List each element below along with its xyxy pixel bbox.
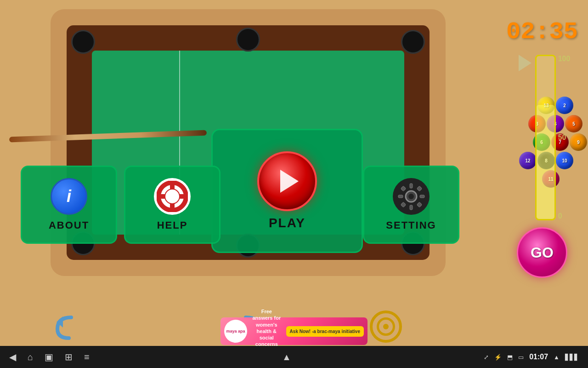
menu-button[interactable]: ≡ xyxy=(84,352,90,362)
power-meter-container: 100 50 0 xyxy=(535,55,571,220)
svg-rect-10 xyxy=(401,202,406,207)
battery-charge-icon: ⬒ xyxy=(507,354,513,361)
play-label: PLAY xyxy=(269,216,305,230)
svg-rect-5 xyxy=(410,205,413,210)
power-label-100: 100 xyxy=(558,55,571,63)
pocket-top-middle xyxy=(236,28,260,52)
svg-rect-7 xyxy=(420,195,424,198)
svg-rect-11 xyxy=(417,202,422,207)
svg-rect-4 xyxy=(410,184,413,188)
up-arrow-button[interactable]: ▲ xyxy=(282,352,291,362)
game-timer: 02:35 xyxy=(506,18,578,46)
right-panel: 02:35 100 50 0 GO xyxy=(505,18,579,278)
go-button[interactable]: GO xyxy=(517,227,567,278)
android-nav-bar: ◀ ⌂ ▣ ⊞ ≡ ▲ ⤢ ⚡ ⬒ ▭ 01:07 ▲ ▋▋▋ xyxy=(0,346,588,368)
about-icon-letter: i xyxy=(67,187,71,206)
about-icon: i xyxy=(51,178,87,215)
play-triangle-icon xyxy=(280,170,299,193)
power-label-50: 50 xyxy=(558,133,571,142)
svg-rect-8 xyxy=(401,186,406,191)
power-arrow-icon xyxy=(519,55,531,71)
status-bar: ⤢ ⚡ ⬒ ▭ 01:07 ▲ ▋▋▋ xyxy=(484,353,579,361)
power-labels: 100 50 0 xyxy=(558,55,571,220)
ad-logo: maya apa xyxy=(224,320,247,343)
svg-point-1 xyxy=(165,189,180,204)
setting-label: SETTING xyxy=(386,219,436,231)
target-icon xyxy=(370,310,402,343)
expand-icon: ⤢ xyxy=(484,354,489,361)
svg-point-3 xyxy=(408,194,414,199)
back-button[interactable]: ◀ xyxy=(9,351,16,362)
home-button[interactable]: ⌂ xyxy=(28,352,33,362)
about-label: ABOUT xyxy=(49,219,89,231)
svg-rect-6 xyxy=(398,195,403,198)
undo-button[interactable] xyxy=(48,308,85,345)
power-label-0: 0 xyxy=(558,212,571,220)
nav-left-buttons: ◀ ⌂ ▣ ⊞ ≡ xyxy=(9,351,90,362)
help-icon xyxy=(154,178,191,215)
play-menu-overlay: PLAY xyxy=(211,129,363,253)
battery-icon: ▭ xyxy=(518,354,524,361)
gear-svg xyxy=(396,182,426,212)
ad-banner[interactable]: maya apa Free answers for women's health… xyxy=(220,317,368,345)
status-time: 01:07 xyxy=(529,353,548,361)
recents-button[interactable]: ▣ xyxy=(45,351,53,362)
ad-logo-text: maya apa xyxy=(226,329,245,334)
pocket-top-right xyxy=(401,30,425,54)
usb-icon: ⚡ xyxy=(494,354,502,361)
power-meter[interactable] xyxy=(535,55,556,220)
help-label: HELP xyxy=(157,219,188,231)
signal-icon: ▋▋▋ xyxy=(565,354,579,361)
pocket-top-left xyxy=(71,30,95,54)
setting-button[interactable]: SETTING xyxy=(363,166,459,244)
wifi-icon: ▲ xyxy=(554,354,560,361)
power-fill xyxy=(537,105,554,219)
lifebuoy-svg xyxy=(157,181,188,212)
go-label: GO xyxy=(531,244,554,261)
svg-rect-9 xyxy=(417,186,422,191)
ad-ask-button[interactable]: Ask Now! -a brac-maya initiative xyxy=(286,326,364,337)
target-inner-ring xyxy=(377,317,395,336)
settings-icon xyxy=(393,178,430,215)
about-button[interactable]: i ABOUT xyxy=(21,166,117,244)
qr-button[interactable]: ⊞ xyxy=(65,351,73,362)
target-center-dot xyxy=(383,324,389,329)
nav-center: ▲ xyxy=(282,352,291,362)
help-button[interactable]: HELP xyxy=(124,166,220,244)
play-button[interactable] xyxy=(257,151,317,211)
